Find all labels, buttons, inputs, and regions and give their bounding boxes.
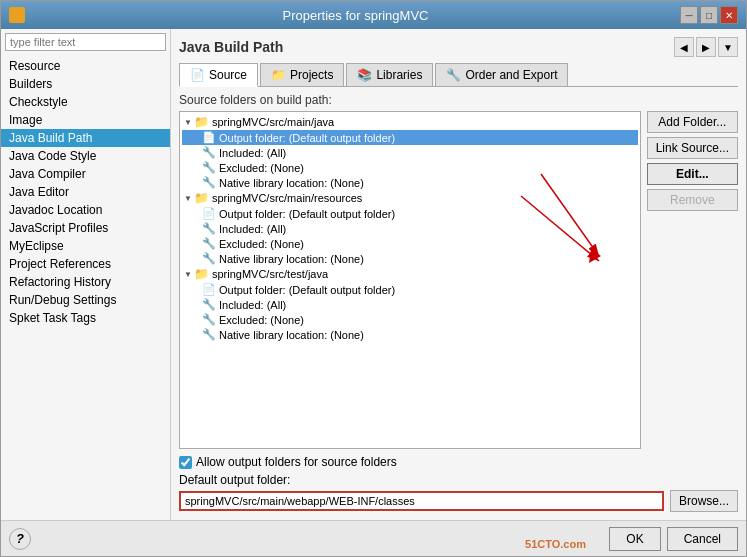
sidebar: Resource Builders Checkstyle Image Java … [1,29,171,520]
tree-item-main-java[interactable]: ▼ 📁 springMVC/src/main/java [182,114,638,130]
tab-order-export[interactable]: 🔧 Order and Export [435,63,568,86]
sidebar-item-resource[interactable]: Resource [1,57,170,75]
sidebar-item-java-build-path[interactable]: Java Build Path [1,129,170,147]
tree-item-excluded-1[interactable]: 🔧 Excluded: (None) [182,160,638,175]
sidebar-item-checkstyle[interactable]: Checkstyle [1,93,170,111]
tree-item-native-1[interactable]: 🔧 Native library location: (None) [182,175,638,190]
ok-button[interactable]: OK [609,527,660,551]
tree-item-label: springMVC/src/main/java [212,116,334,128]
tree-item-test-java[interactable]: ▼ 📁 springMVC/src/test/java [182,266,638,282]
tree-item-native-2[interactable]: 🔧 Native library location: (None) [182,251,638,266]
sidebar-item-image[interactable]: Image [1,111,170,129]
tree-item-label: Included: (All) [219,299,286,311]
tree-item-included-1[interactable]: 🔧 Included: (All) [182,145,638,160]
tree-item-main-resources[interactable]: ▼ 📁 springMVC/src/main/resources [182,190,638,206]
folder-icon: 📁 [194,267,209,281]
edit-button[interactable]: Edit... [647,163,738,185]
tab-source[interactable]: 📄 Source [179,63,258,87]
sub-icon: 🔧 [202,298,216,311]
order-export-tab-label: Order and Export [465,68,557,82]
sidebar-item-refactoring-history[interactable]: Refactoring History [1,273,170,291]
tree-item-label: Included: (All) [219,147,286,159]
default-output-label: Default output folder: [179,473,738,487]
tree-item-label: Included: (All) [219,223,286,235]
tree-item-label: springMVC/src/test/java [212,268,328,280]
cancel-button[interactable]: Cancel [667,527,738,551]
default-output-input[interactable] [179,491,664,511]
source-tree[interactable]: ▼ 📁 springMVC/src/main/java 📄 Output fol… [179,111,641,449]
tree-item-label: Output folder: (Default output folder) [219,284,395,296]
bottom-bar: ? 51CTO.com OK Cancel [1,520,746,556]
link-source-button[interactable]: Link Source... [647,137,738,159]
tree-item-output-2[interactable]: 📄 Output folder: (Default output folder) [182,206,638,221]
expand-icon: ▼ [184,194,192,203]
sidebar-item-java-code-style[interactable]: Java Code Style [1,147,170,165]
expand-icon: ▼ [184,118,192,127]
sidebar-item-java-compiler[interactable]: Java Compiler [1,165,170,183]
app-icon [9,7,25,23]
tree-item-label: Native library location: (None) [219,177,364,189]
remove-button[interactable]: Remove [647,189,738,211]
libraries-tab-label: Libraries [376,68,422,82]
tree-and-buttons: ▼ 📁 springMVC/src/main/java 📄 Output fol… [179,111,738,449]
window-controls: ─ □ ✕ [680,6,738,24]
tree-item-included-3[interactable]: 🔧 Included: (All) [182,297,638,312]
libraries-tab-icon: 📚 [357,68,372,82]
action-buttons: Add Folder... Link Source... Edit... Rem… [647,111,738,449]
tree-item-label: Excluded: (None) [219,314,304,326]
help-button[interactable]: ? [9,528,31,550]
sidebar-item-java-editor[interactable]: Java Editor [1,183,170,201]
sidebar-item-project-references[interactable]: Project References [1,255,170,273]
tabs-bar: 📄 Source 📁 Projects 📚 Libraries 🔧 Order … [179,63,738,87]
source-folders-label: Source folders on build path: [179,93,738,107]
tab-projects[interactable]: 📁 Projects [260,63,344,86]
minimize-button[interactable]: ─ [680,6,698,24]
tree-item-excluded-3[interactable]: 🔧 Excluded: (None) [182,312,638,327]
sidebar-items-list: Resource Builders Checkstyle Image Java … [1,55,170,520]
sidebar-item-spket-task-tags[interactable]: Spket Task Tags [1,309,170,327]
projects-tab-label: Projects [290,68,333,82]
sidebar-item-javascript-profiles[interactable]: JavaScript Profiles [1,219,170,237]
tab-libraries[interactable]: 📚 Libraries [346,63,433,86]
folder-icon: 📁 [194,191,209,205]
window-title: Properties for springMVC [31,8,680,23]
sub-icon: 🔧 [202,313,216,326]
tree-item-output-1[interactable]: 📄 Output folder: (Default output folder) [182,130,638,145]
checkbox-label: Allow output folders for source folders [196,455,397,469]
tree-item-label: Native library location: (None) [219,253,364,265]
close-button[interactable]: ✕ [720,6,738,24]
content-area: Resource Builders Checkstyle Image Java … [1,29,746,520]
add-folder-button[interactable]: Add Folder... [647,111,738,133]
tree-item-included-2[interactable]: 🔧 Included: (All) [182,221,638,236]
main-window: Properties for springMVC ─ □ ✕ Resource … [0,0,747,557]
sidebar-item-javadoc-location[interactable]: Javadoc Location [1,201,170,219]
tree-item-label: springMVC/src/main/resources [212,192,362,204]
sub-icon: 🔧 [202,222,216,235]
sidebar-item-builders[interactable]: Builders [1,75,170,93]
sub-icon: 🔧 [202,237,216,250]
title-bar: Properties for springMVC ─ □ ✕ [1,1,746,29]
source-tab-label: Source [209,68,247,82]
sidebar-item-run-debug-settings[interactable]: Run/Debug Settings [1,291,170,309]
sub-icon: 🔧 [202,161,216,174]
output-icon: 📄 [202,131,216,144]
allow-output-checkbox[interactable] [179,456,192,469]
dropdown-arrow[interactable]: ▼ [718,37,738,57]
sidebar-item-myeclipse[interactable]: MyEclipse [1,237,170,255]
tree-item-output-3[interactable]: 📄 Output folder: (Default output folder) [182,282,638,297]
panel-header: Java Build Path ◀ ▶ ▼ [179,37,738,57]
maximize-button[interactable]: □ [700,6,718,24]
browse-button[interactable]: Browse... [670,490,738,512]
watermark: 51CTO.com [525,538,586,550]
tree-item-native-3[interactable]: 🔧 Native library location: (None) [182,327,638,342]
output-icon: 📄 [202,283,216,296]
sub-icon: 🔧 [202,328,216,341]
output-row: Browse... [179,490,738,512]
forward-arrow[interactable]: ▶ [696,37,716,57]
expand-icon: ▼ [184,270,192,279]
order-export-tab-icon: 🔧 [446,68,461,82]
back-arrow[interactable]: ◀ [674,37,694,57]
checkbox-row: Allow output folders for source folders [179,455,738,469]
filter-input[interactable] [5,33,166,51]
tree-item-excluded-2[interactable]: 🔧 Excluded: (None) [182,236,638,251]
